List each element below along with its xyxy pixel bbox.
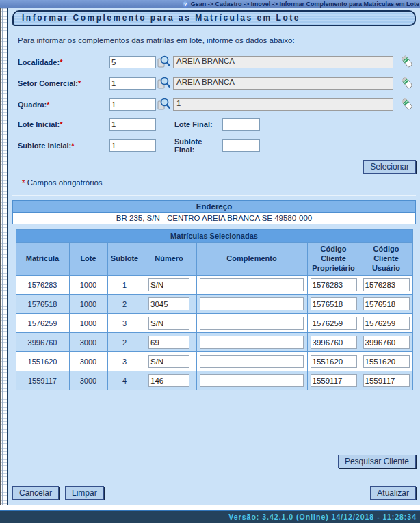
setor-comercial-code-input[interactable] (109, 77, 156, 90)
numero-input[interactable] (148, 374, 189, 387)
pesquisar-cliente-button[interactable]: Pesquisar Cliente (338, 455, 416, 468)
table-row: 3996760 3000 2 (16, 333, 412, 352)
endereco-header: Endereço (13, 201, 415, 212)
lote-final-input[interactable] (222, 118, 260, 131)
complemento-input[interactable] (200, 278, 304, 291)
complemento-input[interactable] (200, 355, 304, 368)
table-row: 1551620 3000 3 (16, 352, 412, 371)
magnifier-icon (157, 97, 171, 111)
numero-input[interactable] (148, 317, 189, 330)
cod-proprietario-input[interactable] (311, 355, 357, 368)
main-panel: Informar Complemento para as Matrículas … (7, 8, 420, 505)
quadra-search-button[interactable] (157, 97, 171, 111)
col-lote: Lote (69, 243, 107, 276)
sublote-final-input[interactable] (222, 139, 260, 152)
lote-cell: 1000 (69, 314, 107, 333)
lote-cell: 3000 (69, 333, 107, 352)
quadra-label: Quadra:* (18, 100, 109, 109)
sublote-final-label: Sublote Final: (174, 137, 222, 154)
lote-cell: 1000 (69, 276, 107, 295)
matriculas-header: Matrículas Selecionadas (16, 230, 412, 243)
required-fields-note: * Campos obrigatrórios (22, 178, 416, 187)
section-divider (12, 195, 416, 196)
localidade-code-input[interactable] (109, 56, 156, 68)
cod-usuario-input[interactable] (363, 317, 410, 330)
matricula-cell: 1551620 (16, 352, 69, 371)
left-decorative-strip (0, 8, 7, 505)
setor-comercial-row: Setor Comercial:* AREIA BRANCA (12, 76, 416, 90)
help-icon[interactable]: ? (183, 1, 189, 8)
table-row: 1559117 3000 4 (16, 371, 412, 390)
numero-input[interactable] (148, 355, 189, 368)
setor-comercial-name-field: AREIA BRANCA (173, 77, 393, 90)
sublote-inicial-input[interactable] (109, 139, 156, 152)
setor-comercial-clear-button[interactable] (399, 76, 414, 90)
magnifier-icon (157, 76, 171, 90)
table-row: 1576259 1000 3 (16, 314, 412, 333)
sublote-cell: 4 (107, 371, 142, 390)
localidade-clear-button[interactable] (399, 55, 414, 69)
quadra-code-input[interactable] (109, 98, 156, 111)
matricula-cell: 1576518 (16, 295, 69, 314)
matriculas-column-headers: Matrícula Lote Sublote Número Complement… (16, 243, 412, 276)
setor-comercial-search-button[interactable] (157, 76, 171, 90)
col-cod-proprietario: Código Cliente Proprietário (307, 243, 360, 276)
sublote-inicial-label: Sublote Inicial:* (18, 142, 109, 150)
cod-usuario-input[interactable] (363, 278, 410, 291)
localidade-search-button[interactable] (157, 55, 171, 69)
quadra-clear-button[interactable] (399, 97, 414, 111)
lote-row: Lote Inicial:* Lote Final: (12, 118, 416, 131)
localidade-row: Localidade:* AREIA BRANCA (12, 55, 416, 69)
endereco-value: BR 235, S/N - CENTRO AREIA BRANCA SE 495… (13, 212, 415, 224)
complemento-input[interactable] (200, 336, 304, 349)
lote-cell: 3000 (69, 371, 107, 390)
intro-text: Para informar os complementos das matríl… (18, 36, 416, 44)
lote-inicial-input[interactable] (109, 118, 156, 131)
matricula-cell: 1559117 (16, 371, 69, 390)
setor-comercial-label: Setor Comercial:* (18, 79, 109, 88)
numero-input[interactable] (148, 297, 189, 310)
col-sublote: Sublote (107, 243, 142, 276)
lote-inicial-label: Lote Inicial:* (18, 120, 109, 129)
sublote-row: Sublote Inicial:* Sublote Final: (12, 137, 416, 154)
sublote-cell: 3 (107, 352, 142, 371)
matriculas-table: Matrículas Selecionadas Matrícula Lote S… (16, 229, 413, 390)
matricula-cell: 1576283 (16, 276, 69, 295)
eraser-icon (400, 97, 414, 111)
cod-proprietario-input[interactable] (311, 374, 357, 387)
cod-usuario-input[interactable] (363, 355, 410, 368)
quadra-row: Quadra:* 1 (12, 97, 416, 111)
sublote-cell: 2 (107, 333, 142, 352)
breadcrumb-text: Gsan -> Cadastro -> Imovel -> Informar C… (191, 1, 419, 8)
selecionar-button[interactable]: Selecionar (363, 160, 416, 174)
localidade-name-field: AREIA BRANCA (173, 56, 393, 68)
cod-proprietario-input[interactable] (311, 336, 357, 349)
cod-usuario-input[interactable] (363, 297, 410, 310)
cod-proprietario-input[interactable] (311, 278, 357, 291)
col-numero: Número (142, 243, 196, 276)
sublote-cell: 2 (107, 295, 142, 314)
complemento-input[interactable] (200, 297, 304, 310)
matricula-cell: 1576259 (16, 314, 69, 333)
complemento-input[interactable] (200, 374, 304, 387)
atualizar-button[interactable]: Atualizar (370, 486, 416, 500)
col-matricula: Matrícula (16, 243, 69, 276)
col-complemento: Complemento (196, 243, 307, 276)
cod-usuario-input[interactable] (363, 374, 410, 387)
complemento-input[interactable] (200, 317, 304, 330)
quadra-name-field: 1 (173, 98, 393, 111)
table-row: 1576283 1000 1 (16, 276, 412, 295)
cod-proprietario-input[interactable] (311, 297, 357, 310)
endereco-table: Endereço BR 235, S/N - CENTRO AREIA BRAN… (12, 200, 416, 224)
cod-proprietario-input[interactable] (311, 317, 357, 330)
matricula-cell: 3996760 (16, 333, 69, 352)
cancelar-button[interactable]: Cancelar (12, 486, 59, 500)
numero-input[interactable] (148, 278, 189, 291)
limpar-button[interactable]: Limpar (65, 486, 104, 500)
sublote-cell: 1 (107, 276, 142, 295)
lote-cell: 3000 (69, 352, 107, 371)
page-title: Informar Complemento para as Matrículas … (12, 10, 416, 26)
cod-usuario-input[interactable] (363, 336, 410, 349)
sublote-cell: 3 (107, 314, 142, 333)
numero-input[interactable] (148, 336, 189, 349)
